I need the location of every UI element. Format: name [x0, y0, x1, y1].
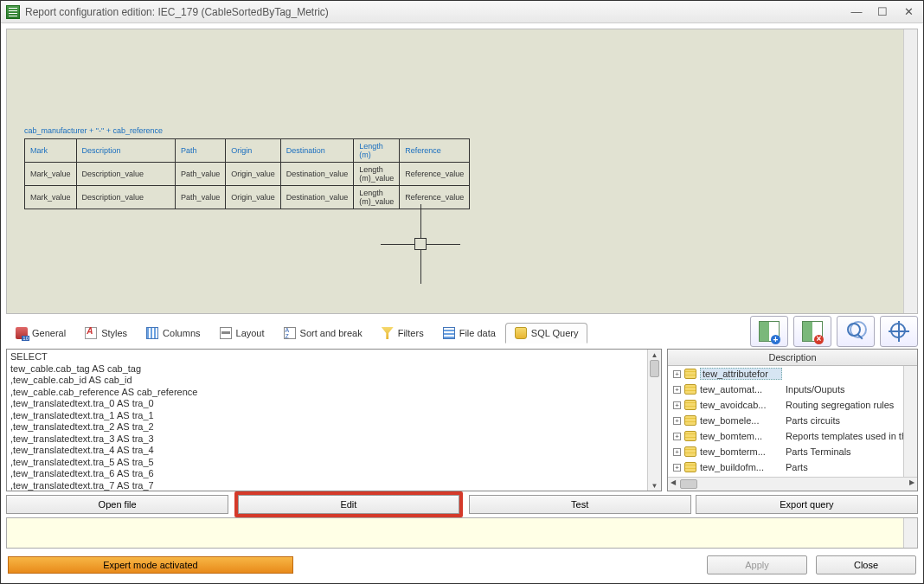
- report-preview: cab_manufacturer + "-" + cab_reference M…: [6, 29, 918, 314]
- open-file-button[interactable]: Open file: [6, 495, 228, 514]
- columns-icon: [146, 327, 158, 339]
- edit-button[interactable]: Edit: [238, 495, 459, 514]
- table-icon: [684, 431, 696, 441]
- close-button[interactable]: Close: [816, 555, 916, 574]
- general-icon: [16, 327, 28, 339]
- app-icon: [6, 5, 20, 19]
- table-icon: [684, 462, 696, 472]
- expand-icon[interactable]: +: [673, 417, 681, 425]
- expand-icon[interactable]: +: [673, 386, 681, 394]
- table-icon: [684, 446, 696, 457]
- tree-item[interactable]: +tew_attributefor: [668, 366, 917, 382]
- maximize-button[interactable]: ☐: [873, 5, 892, 19]
- tree-scrollbar-h[interactable]: ◀▶: [668, 477, 917, 491]
- table-icon: [684, 384, 696, 395]
- zoom-target-icon: [889, 321, 909, 342]
- col-destination: Destination: [280, 139, 354, 163]
- test-button[interactable]: Test: [469, 495, 691, 514]
- sql-editor[interactable]: SELECT tew_cable.cab_tag AS cab_tag ,tew…: [6, 349, 662, 491]
- expand-icon[interactable]: +: [673, 401, 681, 409]
- filedata-icon: [443, 327, 455, 339]
- tab-styles[interactable]: Styles: [75, 323, 137, 343]
- col-path: Path: [176, 139, 226, 163]
- add-column-button[interactable]: [750, 316, 788, 347]
- sql-scrollbar[interactable]: ▲▼: [647, 350, 661, 491]
- apply-button[interactable]: Apply: [707, 555, 807, 574]
- schema-tree: Description +tew_attributefor +tew_autom…: [667, 349, 918, 491]
- table-icon: [684, 369, 696, 379]
- expand-icon[interactable]: +: [673, 448, 681, 456]
- tab-filedata[interactable]: File data: [433, 323, 505, 343]
- table-icon: [684, 400, 696, 410]
- tab-sqlquery[interactable]: SQL Query: [505, 323, 588, 343]
- preview-row: Mark_value Description_value Path_value …: [25, 186, 470, 209]
- add-column-icon: [759, 321, 780, 342]
- sql-icon: [515, 327, 527, 339]
- tab-general[interactable]: General: [6, 323, 75, 343]
- message-scrollbar[interactable]: [903, 518, 917, 548]
- zoom-stack-icon: [845, 321, 866, 342]
- remove-column-icon: [802, 321, 823, 342]
- styles-icon: [85, 327, 97, 339]
- expand-icon[interactable]: +: [673, 433, 681, 440]
- expand-icon[interactable]: +: [673, 370, 681, 378]
- col-reference: Reference: [400, 139, 470, 163]
- filter-icon: [382, 327, 394, 339]
- expert-mode-badge: Expert mode activated: [8, 556, 293, 574]
- tab-strip: General Styles Columns Layout Sort and b…: [6, 319, 587, 343]
- table-icon: [684, 415, 696, 426]
- preview-formula: cab_manufacturer + "-" + cab_reference: [24, 126, 163, 135]
- col-mark: Mark: [25, 139, 77, 163]
- tab-sort[interactable]: Sort and break: [274, 323, 372, 343]
- tree-item[interactable]: +tew_bomele...Parts circuits: [668, 413, 917, 428]
- tree-item[interactable]: +tew_automat...Inputs/Ouputs: [668, 382, 917, 397]
- titlebar: Report configuration edition: IEC_179 (C…: [1, 1, 923, 23]
- tree-item[interactable]: +tew_bomtem...Reports templates used in …: [668, 428, 917, 444]
- sort-icon: [284, 327, 296, 339]
- layout-icon: [220, 327, 232, 339]
- zoom-extents-button[interactable]: [880, 316, 918, 347]
- tree-item[interactable]: +tew_avoidcab...Routing segregation rule…: [668, 397, 917, 413]
- tab-layout[interactable]: Layout: [210, 323, 274, 343]
- tree-header: Description: [668, 350, 917, 366]
- col-length: Length (m): [354, 139, 400, 163]
- tree-item[interactable]: +tew_bomterm...Parts Terminals: [668, 444, 917, 459]
- edit-button-highlight: Edit: [234, 491, 462, 517]
- col-origin: Origin: [226, 139, 281, 163]
- remove-column-button[interactable]: [793, 316, 831, 347]
- close-window-button[interactable]: ✕: [899, 5, 918, 19]
- tree-item[interactable]: +tew_buildofm...Parts: [668, 459, 917, 475]
- window-title: Report configuration edition: IEC_179 (C…: [25, 6, 847, 18]
- preview-row: Mark_value Description_value Path_value …: [25, 163, 470, 186]
- expand-icon[interactable]: +: [673, 464, 681, 472]
- zoom-fit-button[interactable]: [837, 316, 875, 347]
- tab-columns[interactable]: Columns: [137, 323, 209, 343]
- minimize-button[interactable]: —: [847, 5, 866, 19]
- preview-scrollbar[interactable]: [903, 29, 917, 313]
- preview-table: Mark Description Path Origin Destination…: [24, 138, 470, 209]
- col-description: Description: [76, 139, 176, 163]
- app-window: Report configuration edition: IEC_179 (C…: [0, 0, 924, 584]
- message-area: [6, 517, 918, 549]
- export-query-button[interactable]: Export query: [696, 495, 918, 514]
- tab-filters[interactable]: Filters: [372, 323, 433, 343]
- tree-scrollbar-v[interactable]: [903, 366, 917, 477]
